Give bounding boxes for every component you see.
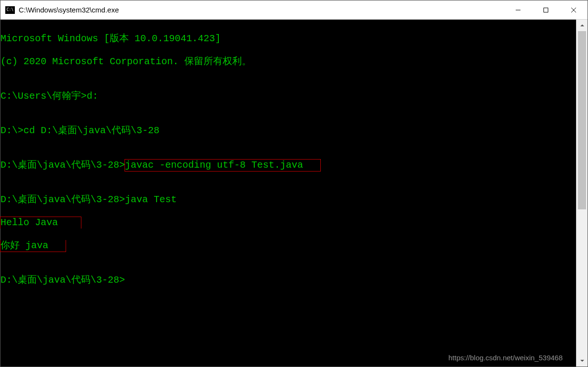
terminal-line: Microsoft Windows [版本 10.0.19041.423] (0, 33, 576, 45)
prompt: D:\桌面\java\代码\3-28> (0, 194, 125, 205)
prompt: C:\Users\何翰宇> (0, 91, 87, 102)
maximize-icon (543, 7, 549, 13)
client-area: Microsoft Windows [版本 10.0.19041.423] (c… (0, 20, 588, 367)
terminal-line: D:\桌面\java\代码\3-28> (0, 275, 576, 286)
titlebar[interactable]: C:\Windows\system32\cmd.exe (0, 0, 588, 20)
scroll-down-button[interactable] (577, 355, 588, 367)
command: javac -encoding utf-8 Test.java (125, 160, 303, 171)
terminal-line: 你好 java (0, 240, 576, 252)
highlight-output: Hello Java (0, 217, 81, 229)
scroll-thumb[interactable] (578, 31, 586, 209)
highlight-javac: javac -encoding utf-8 Test.java (124, 159, 321, 172)
program-output: Hello Java (0, 217, 81, 228)
command: d: (87, 91, 98, 102)
program-output: 你好 java (0, 240, 66, 251)
prompt: D:\> (0, 125, 23, 136)
cmd-window: C:\Windows\system32\cmd.exe Microsoft Wi… (0, 0, 588, 367)
terminal-line: D:\桌面\java\代码\3-28>javac -encoding utf-8… (0, 160, 576, 171)
terminal-line: D:\桌面\java\代码\3-28>java Test (0, 194, 576, 206)
command: cd D:\桌面\java\代码\3-28 (23, 125, 159, 136)
chevron-up-icon (580, 23, 585, 28)
highlight-output: 你好 java (0, 240, 66, 252)
terminal-line: C:\Users\何翰宇>d: (0, 91, 576, 102)
maximize-button[interactable] (532, 0, 560, 20)
prompt: D:\桌面\java\代码\3-28> (0, 160, 125, 171)
cmd-icon (5, 6, 15, 14)
window-title: C:\Windows\system32\cmd.exe (19, 6, 119, 14)
command: java Test (125, 194, 177, 205)
vertical-scrollbar[interactable] (576, 20, 588, 367)
prompt: D:\桌面\java\代码\3-28> (0, 275, 125, 286)
svg-rect-1 (544, 8, 548, 12)
minimize-icon (515, 7, 521, 13)
chevron-down-icon (580, 358, 585, 363)
terminal-line: Hello Java (0, 217, 576, 229)
terminal-output[interactable]: Microsoft Windows [版本 10.0.19041.423] (c… (0, 20, 576, 367)
terminal-line: (c) 2020 Microsoft Corporation. 保留所有权利。 (0, 56, 576, 68)
close-button[interactable] (560, 0, 588, 20)
terminal-line: D:\>cd D:\桌面\java\代码\3-28 (0, 125, 576, 137)
watermark-text: https://blog.csdn.net/weixin_539468 (449, 352, 563, 364)
minimize-button[interactable] (504, 0, 532, 20)
scroll-up-button[interactable] (577, 20, 588, 31)
scroll-track[interactable] (577, 31, 588, 355)
close-icon (571, 7, 577, 13)
